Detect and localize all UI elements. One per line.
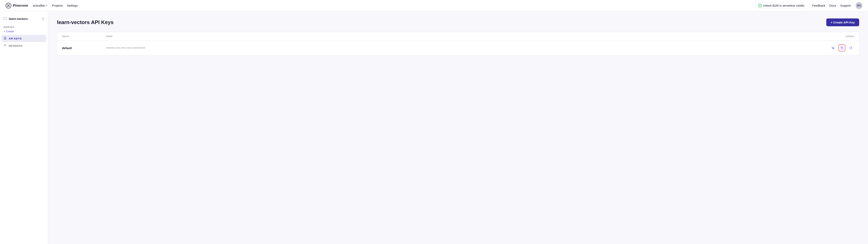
api-key-value: ••••••••-••••-••••-••••-•••••••••••• [106, 46, 818, 50]
svg-rect-6 [4, 38, 6, 39]
eye-off-icon [831, 46, 835, 50]
account-name: acloudfan [33, 4, 45, 7]
table-row: default ••••••••-••••-••••-••••-••••••••… [57, 40, 859, 55]
nav-projects[interactable]: Projects [52, 4, 63, 7]
hide-key-button[interactable] [830, 44, 837, 51]
nav-settings[interactable]: Settings [67, 4, 78, 7]
col-header-actions: Actions [818, 35, 854, 38]
sidebar-item-members[interactable]: MEMBERS [0, 42, 48, 49]
refresh-icon [849, 46, 852, 50]
table-header: Name Value Actions [57, 32, 859, 40]
row-actions [818, 44, 854, 51]
lock-icon [4, 37, 7, 40]
create-index-link[interactable]: + Create [0, 29, 48, 35]
navbar-links: Feedback Docs Support [812, 4, 851, 7]
navbar-nav: Projects Settings [52, 4, 78, 7]
user-avatar[interactable]: RS [856, 2, 862, 9]
logo-text: Pinecone [13, 4, 28, 8]
api-key-name: default [62, 46, 106, 50]
svg-rect-8 [841, 47, 843, 49]
create-api-key-button[interactable]: + Create API Key [826, 19, 859, 26]
folder-icon [4, 17, 7, 21]
svg-point-1 [7, 4, 8, 5]
pinecone-logo-icon [6, 3, 11, 8]
copy-icon [840, 46, 844, 50]
copy-key-button[interactable] [839, 44, 845, 51]
person-icon [4, 44, 7, 48]
svg-point-4 [9, 6, 10, 7]
unlock-banner[interactable]: $ Unlock $100 in serverless credits [755, 3, 807, 9]
app-layout: learn-vectors ⇅ INDEXES + Create API KEY… [0, 11, 868, 244]
docs-link[interactable]: Docs [829, 4, 836, 7]
page-title: learn-vectors API Keys [57, 19, 114, 26]
navbar: Pinecone acloudfan ▾ Projects Settings $… [0, 0, 868, 11]
svg-point-5 [8, 5, 9, 6]
logo[interactable]: Pinecone [6, 3, 28, 8]
indexes-section-label: INDEXES [0, 24, 48, 29]
feedback-link[interactable]: Feedback [812, 4, 825, 7]
members-label: MEMBERS [9, 44, 23, 47]
sidebar: learn-vectors ⇅ INDEXES + Create API KEY… [0, 11, 48, 244]
col-header-name: Name [62, 35, 106, 38]
api-keys-table: Name Value Actions default ••••••••-••••… [57, 32, 859, 56]
project-name-row: learn-vectors [4, 17, 28, 21]
main-content: learn-vectors API Keys + Create API Key … [48, 11, 868, 244]
account-selector[interactable]: acloudfan ▾ [33, 4, 47, 7]
support-link[interactable]: Support [840, 4, 851, 7]
chevron-down-icon: ▾ [46, 4, 47, 7]
svg-point-3 [7, 6, 8, 7]
main-header: learn-vectors API Keys + Create API Key [57, 19, 859, 26]
sidebar-item-api-keys[interactable]: API KEYS [2, 35, 46, 42]
refresh-key-button[interactable] [847, 44, 854, 51]
svg-point-7 [5, 44, 6, 45]
col-header-value: Value [106, 35, 818, 38]
unlock-icon: $ [758, 4, 762, 7]
project-name: learn-vectors [9, 17, 28, 21]
project-selector[interactable]: learn-vectors ⇅ [0, 15, 48, 24]
api-keys-label: API KEYS [9, 37, 22, 40]
chevron-updown-icon: ⇅ [42, 17, 44, 20]
unlock-text: Unlock $100 in serverless credits [763, 4, 804, 7]
svg-point-2 [9, 4, 10, 5]
